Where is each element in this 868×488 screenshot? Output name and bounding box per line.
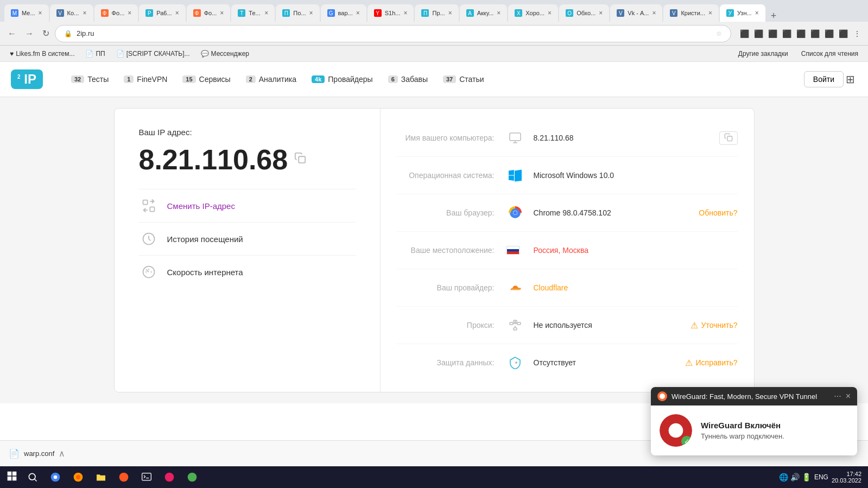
refresh-button[interactable]: ↻ [39,26,53,41]
tab-7[interactable]: П По... × [276,4,319,22]
tab-9[interactable]: Y S1h... × [368,4,414,22]
notification-more-icon[interactable]: ··· [834,391,841,401]
nav-badge-providers: 4k [312,75,325,83]
copy-ip-icon[interactable] [294,152,306,167]
logo-text: IP [24,72,36,86]
tab-3[interactable]: Ф Фо... × [94,4,138,22]
tab-16-active[interactable]: У Узн... × [720,4,765,22]
tab-close-2[interactable]: × [83,9,87,17]
tab-bar: M Ме... × V Ко... × Ф Фо... × P Ра6... ×… [0,0,868,22]
download-filename: warp.conf [24,449,54,458]
provider-link[interactable]: Cloudflare [534,283,568,292]
notification-close-icon[interactable]: × [846,391,851,401]
bookmark-likes[interactable]: ♥ Likes.fm В систем... [5,49,79,59]
bookmark-messenger[interactable]: 💬 Мессенджер [197,49,254,59]
tab-12[interactable]: Х Хоро... × [508,4,558,22]
copy-computer-button[interactable] [719,131,738,145]
nav-item-providers[interactable]: 4k Провайдеры [305,71,379,88]
site-logo[interactable]: 2 IP [11,69,43,89]
history-icon [139,229,159,249]
new-tab-button[interactable]: + [766,10,781,22]
nav-item-analytics[interactable]: 2 Аналитика [239,71,303,88]
extension-icon-7[interactable]: ⬛ [822,27,835,40]
extension-icon-8[interactable]: ⬛ [837,27,850,40]
tab-6[interactable]: T Те... × [231,4,275,22]
taskbar-folder-icon[interactable] [90,467,112,487]
location-link[interactable]: Россия, Москва [534,246,589,255]
bookmark-script[interactable]: 📄 [SCRIPT СКАЧАТЬ]... [112,49,194,59]
taskbar-chrome-icon[interactable] [45,467,66,487]
tab-close-9[interactable]: × [403,9,407,17]
forward-button[interactable]: → [22,27,37,41]
history-action[interactable]: История посещений [139,222,356,255]
tab-close-3[interactable]: × [128,9,131,17]
bookmark-reading-label: Список для чтения [801,50,858,58]
tab-13[interactable]: О Обхо... × [559,4,609,22]
bookmark-reading-list[interactable]: Список для чтения [797,49,863,59]
tab-close-5[interactable]: × [220,9,224,17]
tab-close-6[interactable]: × [264,9,268,17]
taskbar-search-icon[interactable] [22,467,43,487]
tab-1[interactable]: M Ме... × [4,4,49,22]
tab-2[interactable]: V Ко... × [50,4,93,22]
tab-close-12[interactable]: × [548,9,552,17]
nav-item-services[interactable]: 15 Сервисы [176,71,237,88]
tab-8[interactable]: G вар... × [321,4,366,22]
tab-4[interactable]: P Ра6... × [139,4,185,22]
tab-close-11[interactable]: × [497,9,500,17]
download-chevron-icon[interactable]: ∧ [59,448,65,459]
address-text: 2ip.ru [77,29,712,37]
taskbar-terminal-icon[interactable] [136,467,157,487]
change-ip-action[interactable]: Сменить IP-адрес [139,189,356,222]
os-value: Microsoft Windows 10.0 [534,171,738,180]
extension-icon-1[interactable]: ⬛ [738,27,751,40]
bookmark-star-icon[interactable]: ☆ [716,30,722,37]
nav-item-articles[interactable]: 37 Статьи [436,71,491,88]
back-button[interactable]: ← [4,27,20,41]
nav-item-tests[interactable]: 32 Тесты [65,71,115,88]
tab-14[interactable]: V Vk - А... × [610,4,662,22]
change-ip-link[interactable]: Сменить IP-адрес [167,201,235,211]
nav-item-fun[interactable]: 6 Забавы [382,71,434,88]
tab-15[interactable]: V Кристи... × [663,4,719,22]
taskbar-app6-icon[interactable] [181,467,203,487]
nav-item-finevpn[interactable]: 1 FineVPN [117,71,174,88]
grid-menu-button[interactable]: ⊞ [844,71,857,88]
svg-rect-5 [510,133,521,141]
tab-close-15[interactable]: × [708,9,712,17]
extension-icon-6[interactable]: ⬛ [808,27,821,40]
cloudflare-icon [505,278,525,297]
tab-close-1[interactable]: × [39,9,42,17]
notification-main-title: WireGuard Включён [701,421,848,430]
extension-icon-3[interactable]: ⬛ [766,27,779,40]
proxy-clarify-action: ⚠ Уточнить? [690,320,738,331]
tab-close-16[interactable]: × [755,9,759,17]
tab-5[interactable]: Ф Фо... × [187,4,231,22]
tab-close-8[interactable]: × [356,9,360,17]
tab-11[interactable]: А Акку... × [460,4,508,22]
bookmark-other[interactable]: Другие закладки [734,49,793,59]
taskbar-app4-icon[interactable] [113,467,135,487]
update-browser-link[interactable]: Обновить? [699,208,737,217]
tab-close-4[interactable]: × [175,9,179,17]
tab-close-10[interactable]: × [448,9,452,17]
tab-10[interactable]: П Пр... × [415,4,458,22]
extension-icon-5[interactable]: ⬛ [794,27,807,40]
os-label: Операционная система: [397,171,495,180]
extension-icon-2[interactable]: ⬛ [752,27,765,40]
tab-close-14[interactable]: × [652,9,656,17]
tab-close-7[interactable]: × [309,9,313,17]
clarify-proxy-link[interactable]: Уточнить? [701,321,738,329]
address-bar[interactable]: 🔒 2ip.ru ☆ [55,25,731,42]
menu-button[interactable]: ⋮ [851,27,864,40]
fix-protection-link[interactable]: Исправить? [696,358,738,367]
login-button[interactable]: Войти [804,71,844,87]
taskbar-app5-icon[interactable] [159,467,180,487]
speed-icon [139,262,159,282]
bookmark-pp[interactable]: 📄 ПП [81,49,109,59]
tab-close-13[interactable]: × [599,9,603,17]
start-button[interactable] [2,468,22,486]
extension-icon-4[interactable]: ⬛ [780,27,793,40]
speed-action[interactable]: Скорость интернета [139,255,356,288]
taskbar-firefox-icon[interactable] [67,467,89,487]
